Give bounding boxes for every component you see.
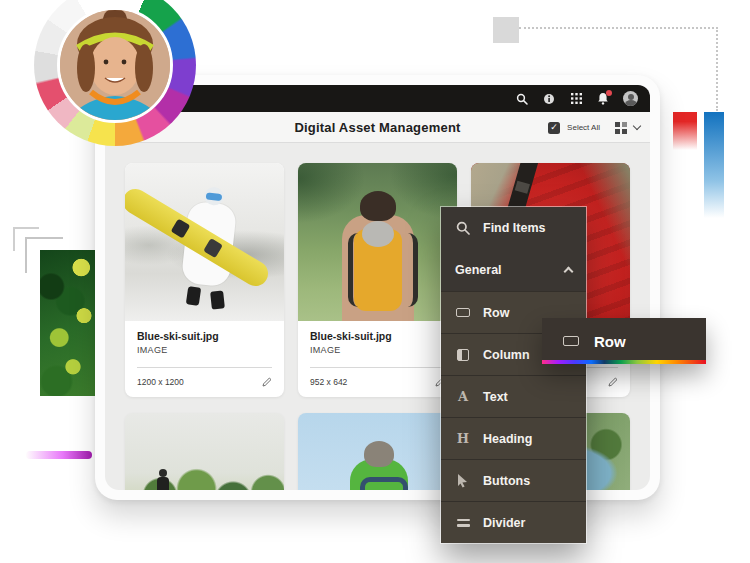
avatar-photo	[57, 7, 173, 123]
asset-photo-green-jacket[interactable]	[298, 413, 457, 490]
asset-photo-hiker	[298, 163, 457, 321]
grid-view-icon[interactable]	[615, 122, 627, 134]
asset-photo-park[interactable]	[125, 413, 284, 490]
component-menu: Find Items General Row Column A Text H H…	[441, 207, 586, 543]
select-all-checkbox-icon[interactable]: ✓	[548, 122, 560, 134]
divider	[310, 367, 445, 368]
divider-icon	[455, 519, 471, 527]
asset-type-label: IMAGE	[137, 345, 272, 355]
menu-item-label: Buttons	[483, 474, 530, 488]
menu-item-general[interactable]: General	[441, 249, 586, 291]
menu-item-find-items[interactable]: Find Items	[441, 207, 586, 249]
asset-filename: Blue-ski-suit.jpg	[310, 330, 445, 342]
menu-item-text[interactable]: A Text	[441, 375, 586, 417]
chevron-down-icon[interactable]	[633, 122, 641, 130]
row-icon	[455, 308, 471, 317]
menu-item-label: Row	[483, 306, 509, 320]
select-all-label[interactable]: Select All	[567, 123, 600, 132]
decor-dotted-line-horizontal	[519, 27, 718, 29]
divider	[137, 367, 272, 368]
column-icon	[455, 349, 471, 361]
search-icon	[455, 221, 471, 235]
row-icon	[563, 336, 579, 346]
decor-dotted-line-vertical	[716, 27, 718, 111]
app-switcher-icon[interactable]	[569, 92, 583, 106]
text-icon: A	[455, 390, 471, 403]
decor-gray-square	[493, 17, 519, 43]
decor-gradient-bar-blue	[704, 112, 724, 218]
menu-item-label: Heading	[483, 432, 532, 446]
rainbow-gradient-bar	[542, 360, 706, 364]
row-flyout[interactable]: Row	[542, 318, 706, 364]
menu-item-divider[interactable]: Divider	[441, 501, 586, 543]
menu-item-label: Column	[483, 348, 530, 362]
decor-trees-photo	[40, 250, 95, 396]
color-wheel-avatar	[34, 0, 196, 146]
asset-dimensions: 1200 x 1200	[137, 377, 184, 387]
asset-dimensions: 952 x 642	[310, 377, 347, 387]
asset-type-label: IMAGE	[310, 345, 445, 355]
menu-item-label: Text	[483, 390, 508, 404]
notifications-bell-icon[interactable]	[596, 92, 610, 106]
edit-pencil-icon[interactable]	[262, 377, 272, 387]
page: Digital Asset Management ✓ Select All	[0, 0, 750, 563]
decor-gradient-bar-red	[673, 112, 697, 150]
edit-pencil-icon[interactable]	[608, 377, 618, 387]
account-avatar[interactable]	[623, 91, 638, 106]
asset-card[interactable]: Blue-ski-suit.jpg IMAGE 1200 x 1200	[125, 163, 284, 397]
menu-item-label: General	[455, 263, 502, 277]
cursor-icon	[455, 474, 471, 488]
decor-gradient-bar-pink	[26, 451, 92, 459]
menu-item-heading[interactable]: H Heading	[441, 417, 586, 459]
notification-badge	[606, 90, 612, 96]
search-icon[interactable]	[515, 92, 529, 106]
asset-card[interactable]: Blue-ski-suit.jpg IMAGE 952 x 642	[298, 163, 457, 397]
asset-photo-snowboarder	[125, 163, 284, 321]
menu-item-label: Find Items	[483, 221, 546, 235]
flyout-label: Row	[594, 333, 626, 350]
help-icon[interactable]	[542, 92, 556, 106]
menu-item-buttons[interactable]: Buttons	[441, 459, 586, 501]
asset-filename: Blue-ski-suit.jpg	[137, 330, 272, 342]
chevron-up-icon	[564, 267, 574, 277]
menu-item-label: Divider	[483, 516, 525, 530]
heading-icon: H	[455, 432, 471, 445]
